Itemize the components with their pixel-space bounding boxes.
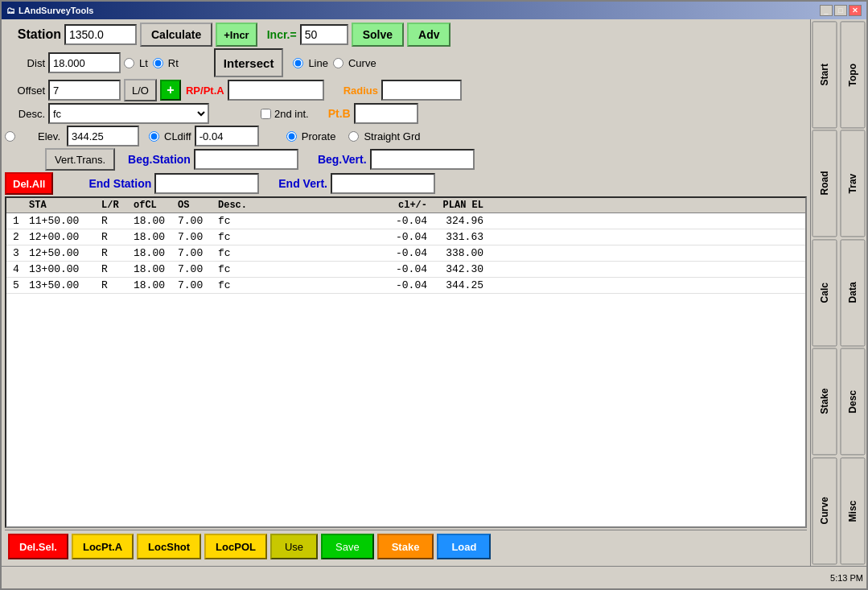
- plus-green-button[interactable]: +: [160, 80, 181, 101]
- end-station-input[interactable]: [154, 173, 259, 194]
- del-all-button[interactable]: Del.All: [5, 172, 53, 195]
- offset-input[interactable]: [48, 80, 121, 101]
- maximize-button[interactable]: □: [834, 5, 847, 16]
- calculate-button[interactable]: Calculate: [140, 23, 212, 47]
- title-bar-left: 🗂 LAndSurveyTools: [6, 6, 93, 15]
- second-int-checkbox[interactable]: [261, 109, 271, 119]
- prorate-radio-group: Prorate: [286, 130, 336, 142]
- sidebar-tab-trav[interactable]: Trav: [841, 130, 866, 237]
- incr-input[interactable]: [300, 24, 348, 45]
- offset-label: Offset: [5, 85, 45, 97]
- sidebar-tab-road[interactable]: Road: [812, 130, 837, 237]
- desc-label: Desc.: [5, 108, 45, 120]
- left-panel: Station Calculate +Incr Incr.= Solve Adv…: [2, 19, 810, 566]
- row-offset: Offset L/O + RP/Pt.A Radius: [5, 79, 807, 101]
- radius-input[interactable]: [381, 80, 462, 101]
- table-row[interactable]: 2 12+00.00 R 18.00 7.00 fc -0.04 331.63: [6, 229, 805, 245]
- prorate-radio[interactable]: [286, 131, 297, 142]
- right-sidebar: Start Road Calc Stake Curve Topo Trav Da…: [810, 19, 866, 566]
- intersect-button[interactable]: Intersect: [214, 48, 284, 77]
- line-label: Line: [308, 57, 328, 69]
- app-icon: 🗂: [6, 6, 15, 15]
- pt-b-label: Pt.B: [328, 107, 351, 120]
- table-row[interactable]: 5 13+50.00 R 18.00 7.00 fc -0.04 344.25: [6, 278, 805, 294]
- taskbar-time: 5:13 PM: [830, 573, 863, 583]
- window-title: LAndSurveyTools: [19, 6, 93, 15]
- table-row[interactable]: 3 12+50.00 R 18.00 7.00 fc -0.04 338.00: [6, 245, 805, 262]
- cldiff-radio-group: CLdiff: [149, 130, 191, 142]
- sidebar-tab-curve[interactable]: Curve: [812, 457, 837, 564]
- line-curve-group: Line Curve: [293, 57, 376, 69]
- close-button[interactable]: ✕: [849, 5, 862, 16]
- title-bar-controls: _ □ ✕: [820, 5, 862, 16]
- dist-input[interactable]: [48, 52, 121, 73]
- stake-button[interactable]: Stake: [377, 534, 434, 559]
- sidebar-tab-misc[interactable]: Misc: [841, 457, 866, 564]
- loc-shot-button[interactable]: LocShot: [137, 534, 201, 559]
- table-header: STA L/R ofCL OS Desc. cl+/- PLAN EL: [6, 198, 805, 213]
- rt-radio[interactable]: [153, 58, 163, 68]
- beg-vert-input[interactable]: [370, 149, 475, 170]
- sidebar-col-right: Topo Trav Data Desc Misc: [839, 19, 867, 566]
- station-input[interactable]: [64, 24, 137, 45]
- desc-select[interactable]: fc ep cl: [48, 103, 209, 124]
- end-vert-input[interactable]: [331, 173, 435, 194]
- cldiff-label: CLdiff: [164, 130, 191, 142]
- line-radio[interactable]: [293, 58, 303, 68]
- pt-b-input[interactable]: [354, 103, 418, 124]
- save-button[interactable]: Save: [321, 534, 374, 559]
- rp-input[interactable]: [228, 80, 324, 101]
- straight-grd-radio[interactable]: [348, 131, 359, 142]
- main-content: Station Calculate +Incr Incr.= Solve Adv…: [2, 19, 866, 566]
- use-button[interactable]: Use: [270, 534, 318, 559]
- sidebar-tab-desc[interactable]: Desc: [841, 348, 866, 455]
- table-row[interactable]: 1 11+50.00 R 18.00 7.00 fc -0.04 324.96: [6, 213, 805, 229]
- lt-label: Lt: [139, 57, 148, 69]
- col-header-os: OS: [178, 200, 218, 211]
- row-desc: Desc. fc ep cl 2nd int. Pt.B: [5, 103, 807, 124]
- col-header-desc: Desc.: [218, 200, 379, 211]
- cldiff-input[interactable]: [195, 126, 259, 146]
- row-vert-trans: Vert.Trans. Beg.Station Beg.Vert.: [5, 148, 807, 171]
- load-button[interactable]: Load: [437, 534, 491, 559]
- minimize-button[interactable]: _: [820, 5, 833, 16]
- lt-rt-group: Lt Rt: [124, 57, 179, 69]
- sidebar-tab-topo[interactable]: Topo: [841, 21, 866, 128]
- straight-grd-label: Straight Grd: [364, 130, 420, 142]
- row-elev: Elev. CLdiff Prorate Straight Grd: [5, 126, 807, 146]
- main-window: 🗂 LAndSurveyTools _ □ ✕ Station Calculat…: [0, 0, 868, 590]
- rt-label: Rt: [168, 57, 179, 69]
- lo-button[interactable]: L/O: [124, 79, 157, 101]
- title-bar: 🗂 LAndSurveyTools _ □ ✕: [2, 2, 866, 19]
- sidebar-tab-start[interactable]: Start: [812, 21, 837, 128]
- cldiff-radio[interactable]: [149, 131, 159, 142]
- loc-pol-button[interactable]: LocPOL: [204, 534, 267, 559]
- elev-input[interactable]: [67, 126, 139, 146]
- curve-label: Curve: [348, 57, 376, 69]
- sidebar-tab-data[interactable]: Data: [841, 239, 866, 346]
- vert-trans-button[interactable]: Vert.Trans.: [45, 148, 115, 171]
- sidebar-tab-calc[interactable]: Calc: [812, 239, 837, 346]
- second-int-group: 2nd int.: [261, 108, 309, 120]
- table-row[interactable]: 4 13+00.00 R 18.00 7.00 fc -0.04 342.30: [6, 262, 805, 278]
- end-vert-label: End Vert.: [278, 177, 327, 190]
- lt-radio[interactable]: [124, 58, 134, 68]
- elev-radio[interactable]: [5, 131, 15, 142]
- taskbar: 5:13 PM: [2, 566, 866, 588]
- straight-grd-radio-group: Straight Grd: [348, 130, 420, 142]
- data-table: STA L/R ofCL OS Desc. cl+/- PLAN EL 1 11…: [5, 196, 807, 528]
- end-station-label: End Station: [88, 177, 151, 190]
- rp-pt-a-label: RP/Pt.A: [186, 85, 224, 97]
- del-sel-button[interactable]: Del.Sel.: [8, 534, 68, 559]
- col-header-sta: STA: [29, 200, 101, 211]
- col-header-ofcl: ofCL: [134, 200, 178, 211]
- loc-pt-a-button[interactable]: LocPt.A: [72, 534, 134, 559]
- incr-equals-label: Incr.=: [267, 28, 297, 41]
- beg-station-input[interactable]: [194, 149, 298, 170]
- adv-button[interactable]: Adv: [407, 23, 450, 47]
- sidebar-tab-stake[interactable]: Stake: [812, 348, 837, 455]
- plus-incr-button[interactable]: +Incr: [216, 23, 257, 47]
- solve-button[interactable]: Solve: [352, 23, 404, 47]
- curve-radio[interactable]: [333, 58, 343, 68]
- beg-vert-label: Beg.Vert.: [318, 153, 367, 166]
